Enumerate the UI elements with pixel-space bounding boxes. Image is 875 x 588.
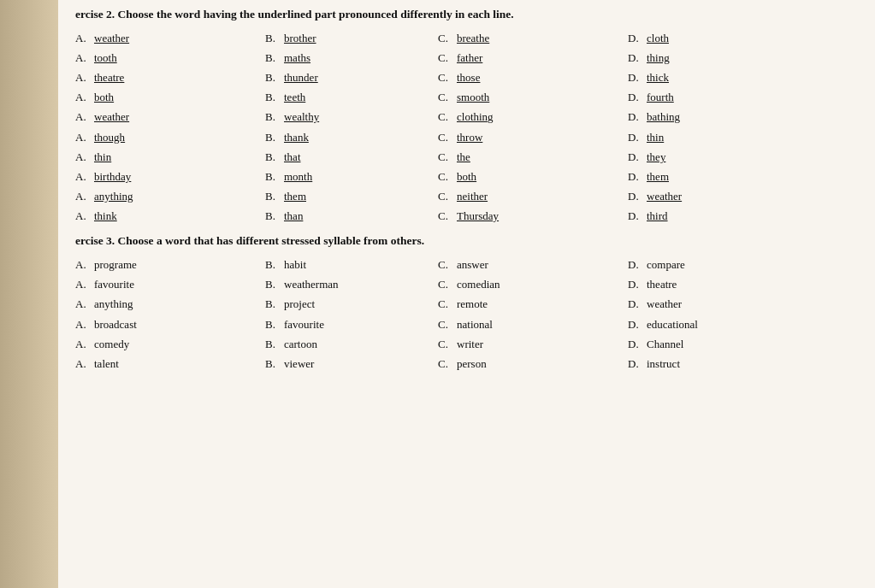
question-row: A. weatherB. wealthyC. clothingD. bathin… — [75, 109, 861, 126]
option-cell: A. anything — [75, 188, 263, 205]
exercise2-title-text: ercise 2. Choose the word having the und… — [75, 8, 514, 21]
option-label: C. — [438, 336, 453, 353]
main-content: ercise 2. Choose the word having the und… — [58, 0, 875, 588]
question-row: A. weatherB. brotherC. breatheD. cloth — [75, 30, 861, 47]
option-label: A. — [75, 336, 91, 353]
option-word: clothing — [457, 109, 494, 126]
option-cell: B. teeth — [265, 89, 436, 106]
option-label: B. — [265, 168, 281, 185]
option-word: fourth — [647, 89, 674, 106]
option-cell: A. theatre — [75, 69, 263, 86]
option-word: weather — [647, 188, 682, 205]
option-cell: D. third — [628, 208, 799, 225]
option-word: them — [284, 188, 306, 205]
option-label: A. — [75, 89, 91, 106]
option-label: B. — [265, 208, 281, 225]
option-cell: B. maths — [265, 50, 436, 67]
option-word: thin — [94, 149, 111, 166]
option-word: thank — [284, 129, 309, 146]
question-row: A. broadcastB. favouriteC. nationalD. ed… — [75, 316, 861, 333]
question-row: A. theatreB. thunderC. thoseD. thick — [75, 69, 861, 86]
option-word: answer — [457, 256, 488, 273]
option-word: breathe — [457, 30, 489, 47]
option-word: anything — [94, 296, 133, 313]
option-label: A. — [75, 50, 91, 67]
option-cell: D. Channel — [628, 336, 799, 353]
question-row: A. birthdayB. monthC. bothD. them — [75, 168, 861, 185]
option-cell: B. brother — [265, 30, 436, 47]
option-cell: B. viewer — [265, 356, 436, 373]
question-row: A. thinkB. thanC. ThursdayD. third — [75, 208, 861, 225]
option-word: neither — [457, 188, 488, 205]
option-word: weatherman — [284, 276, 339, 293]
option-cell: C. writer — [438, 336, 626, 353]
option-label: A. — [75, 30, 91, 47]
option-label: B. — [265, 336, 281, 353]
option-word: weather — [647, 296, 682, 313]
option-cell: D. thick — [628, 69, 799, 86]
option-label: C. — [438, 188, 453, 205]
option-cell: B. thunder — [265, 69, 436, 86]
exercise3-title-text: ercise 3. Choose a word that has differe… — [75, 234, 424, 247]
option-label: B. — [265, 316, 281, 333]
option-cell: D. compare — [628, 256, 799, 273]
option-label: D. — [628, 336, 643, 353]
option-cell: C. national — [438, 316, 626, 333]
question-row: A. anythingB. themC. neitherD. weather — [75, 188, 861, 205]
option-label: C. — [438, 149, 453, 166]
option-label: D. — [628, 50, 643, 67]
option-label: C. — [438, 208, 453, 225]
option-cell: A. comedy — [75, 336, 263, 353]
question-row: A. favouriteB. weathermanC. comedianD. t… — [75, 276, 861, 293]
option-label: B. — [265, 89, 281, 106]
option-cell: D. educational — [628, 316, 799, 333]
option-label: D. — [628, 256, 643, 273]
option-label: D. — [628, 109, 643, 126]
option-cell: B. favourite — [265, 316, 436, 333]
option-cell: B. than — [265, 208, 436, 225]
option-label: A. — [75, 168, 91, 185]
option-word: bathing — [647, 109, 680, 126]
option-word: cloth — [647, 30, 669, 47]
option-cell: D. cloth — [628, 30, 799, 47]
option-label: D. — [628, 316, 643, 333]
option-cell: C. clothing — [438, 109, 626, 126]
option-label: A. — [75, 129, 91, 146]
option-label: A. — [75, 109, 91, 126]
option-cell: D. instruct — [628, 356, 799, 373]
option-word: both — [457, 168, 476, 185]
option-cell: D. weather — [628, 188, 799, 205]
option-word: comedian — [457, 276, 500, 293]
option-word: educational — [647, 316, 698, 333]
option-word: both — [94, 89, 114, 106]
option-label: C. — [438, 276, 453, 293]
option-label: C. — [438, 50, 453, 67]
option-label: C. — [438, 296, 453, 313]
option-cell: D. theatre — [628, 276, 799, 293]
option-cell: D. bathing — [628, 109, 799, 126]
option-cell: A. think — [75, 208, 263, 225]
option-word: cartoon — [284, 336, 317, 353]
option-word: them — [647, 168, 669, 185]
option-label: A. — [75, 316, 91, 333]
option-cell: B. month — [265, 168, 436, 185]
option-cell: C. Thursday — [438, 208, 626, 225]
question-row: A. bothB. teethC. smoothD. fourth — [75, 89, 861, 106]
option-word: teeth — [284, 89, 305, 106]
option-cell: B. wealthy — [265, 109, 436, 126]
option-word: that — [284, 149, 301, 166]
option-word: anything — [94, 188, 133, 205]
option-label: B. — [265, 69, 281, 86]
option-cell: C. smooth — [438, 89, 626, 106]
option-label: B. — [265, 356, 281, 373]
option-word: birthday — [94, 168, 131, 185]
option-label: B. — [265, 50, 281, 67]
option-word: third — [647, 208, 668, 225]
option-label: C. — [438, 168, 453, 185]
option-word: brother — [284, 30, 316, 47]
option-cell: D. thin — [628, 129, 799, 146]
option-cell: C. person — [438, 356, 626, 373]
option-label: B. — [265, 188, 281, 205]
option-cell: A. thin — [75, 149, 263, 166]
option-label: D. — [628, 188, 643, 205]
